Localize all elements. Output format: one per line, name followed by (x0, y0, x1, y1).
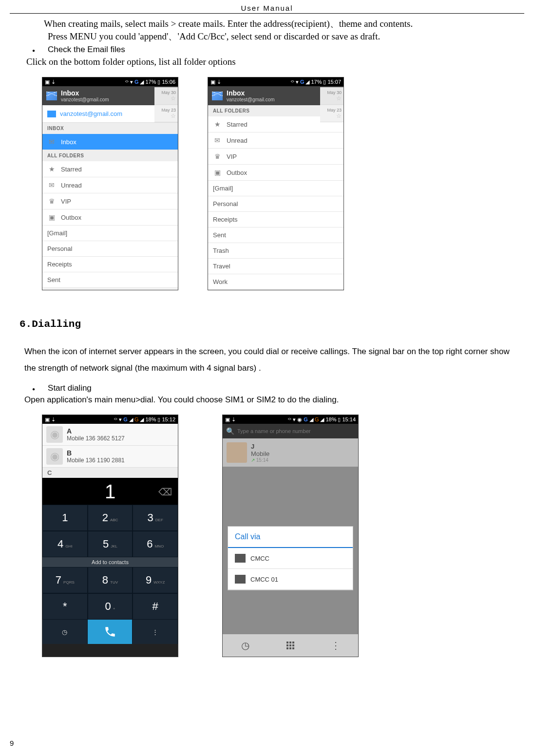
mail-icon (212, 92, 223, 100)
folder-label: Trash (213, 247, 229, 254)
g-icon2: G (134, 416, 139, 422)
folder-vip[interactable]: ♛VIP (208, 149, 343, 165)
folder-gmail[interactable]: [Gmail] (42, 226, 178, 241)
clock: 15:07 (327, 79, 341, 85)
folder-sent[interactable]: Sent (208, 227, 343, 243)
contact-number: Mobile 136 3662 5127 (67, 435, 125, 442)
status-bar: ▣ ⇣ ⌔ ▾ G ◢ 17% ▯ 15:06 (42, 77, 178, 86)
star-icon[interactable]: ☆ (171, 95, 176, 102)
contact-name: B (67, 449, 125, 457)
clock: 15:14 (342, 416, 356, 422)
bullet-text: Start dialing (48, 383, 92, 393)
folder-trash[interactable]: Trash (208, 243, 343, 259)
wifi2-icon: ◉ (297, 416, 302, 423)
folder-label: Unread (61, 182, 82, 189)
folder-travel[interactable]: Travel (208, 259, 343, 274)
key-6[interactable]: 6MNO (133, 531, 178, 557)
key-9[interactable]: 9WXYZ (133, 567, 178, 593)
folder-label: Sent (213, 231, 226, 239)
folder-receipts[interactable]: Receipts (42, 257, 178, 272)
key-5[interactable]: 5JKL (88, 531, 133, 557)
signal-icon: ◢ (140, 79, 144, 85)
folder-label: Receipts (213, 216, 238, 223)
key-2[interactable]: 2ABC (88, 505, 133, 531)
status-bar: ▣⇣ ⌔▾ G ◢ G ◢ 18%▯ 15:12 (42, 415, 178, 424)
bullet-start-dialing: ● Start dialing (32, 383, 519, 393)
recent-j[interactable]: J Mobile ↗ 15:14 (223, 438, 358, 467)
bt-icon: ⌔ (288, 416, 291, 422)
page-number: 9 (10, 739, 14, 747)
call-via-dialog: Call via CMCC CMCC 01 (228, 526, 353, 590)
call-button[interactable] (88, 620, 133, 644)
date2: May 23 (327, 108, 342, 113)
folder-outbox[interactable]: ▣Outbox (208, 165, 343, 181)
folder-work[interactable]: Work (208, 274, 343, 290)
key-1[interactable]: 1 (42, 505, 88, 531)
folder-outbox[interactable]: ▣Outbox (42, 209, 178, 226)
key-7[interactable]: 7PQRS (42, 567, 88, 593)
backspace-icon[interactable]: ⌫ (158, 486, 172, 498)
folder-personal[interactable]: Personal (208, 196, 343, 212)
battery-icon: ▯ (338, 416, 341, 423)
contact-b[interactable]: ◉ BMobile 136 1190 2881 (42, 446, 178, 468)
check-email-para: Click on the bottom folder options, list… (26, 57, 519, 67)
folder-vip[interactable]: ♛VIP (42, 193, 178, 209)
folder-label: Personal (213, 200, 238, 208)
folder-inbox[interactable]: ✉ Inbox (42, 134, 178, 150)
date2: May 23 (161, 108, 176, 113)
folder-sent[interactable]: Sent (42, 272, 178, 288)
menu-button[interactable]: ⋮ (133, 620, 178, 644)
account-email: vanzotest@gmail.com (60, 110, 122, 117)
key-hash[interactable]: # (133, 593, 178, 620)
envelope-icon: ✉ (213, 136, 222, 144)
folder-receipts[interactable]: Receipts (208, 212, 343, 227)
bottom-bar: ◷ ⋮ (42, 620, 178, 644)
folder-unread[interactable]: ✉Unread (42, 177, 178, 193)
folder-label: Starred (227, 121, 248, 128)
g-icon2: G (315, 416, 319, 422)
folder-unread[interactable]: ✉Unread (208, 132, 343, 149)
key-star[interactable]: * (42, 593, 88, 620)
history-button[interactable]: ◷ (42, 620, 88, 644)
key-0[interactable]: 0+ (88, 593, 133, 620)
folder-starred[interactable]: ★Starred (42, 161, 178, 177)
key-4[interactable]: 4GHI (42, 531, 88, 557)
add-to-contacts[interactable]: Add to contacts (42, 557, 178, 567)
sim-cmcc01[interactable]: CMCC 01 (228, 569, 353, 590)
contact-type: Mobile (251, 450, 269, 457)
dialpad-button[interactable] (268, 634, 313, 657)
outbox-icon: ▣ (47, 213, 56, 221)
history-button[interactable]: ◷ (223, 634, 268, 657)
key-8[interactable]: 8TUV (88, 567, 133, 593)
key-sub: JKL (111, 544, 117, 548)
search-icon: 🔍 (226, 427, 234, 435)
inbox-section-label: INBOX (42, 123, 178, 134)
folder-label: Inbox (61, 138, 76, 146)
status-bar: ▣⇣ ⌔▾ ◉ G ◢ G ◢ 18%▯ 15:14 (223, 415, 358, 424)
battery-icon: ▯ (157, 79, 160, 85)
key-sub: + (113, 606, 115, 611)
envelope-icon: ✉ (47, 138, 56, 146)
call-time: 15:14 (256, 457, 268, 463)
sim-icon (235, 575, 246, 584)
group-c: C (42, 468, 178, 478)
folder-personal[interactable]: Personal (42, 241, 178, 257)
sim-cmcc[interactable]: CMCC (228, 548, 353, 569)
menu-button[interactable]: ⋮ (313, 634, 358, 657)
folder-label: Outbox (227, 169, 247, 176)
outgoing-icon: ↗ (251, 457, 255, 463)
wifi-icon: ▾ (293, 416, 296, 423)
contact-a[interactable]: ◉ AMobile 136 3662 5127 (42, 424, 178, 446)
key-sub: PQRS (63, 580, 75, 585)
folder-gmail[interactable]: [Gmail] (208, 181, 343, 196)
star-icon[interactable]: ☆ (171, 113, 176, 119)
search-row[interactable]: 🔍 Type a name or phone number (223, 424, 358, 438)
contact-name: A (67, 427, 125, 435)
star-icon[interactable]: ☆ (336, 95, 342, 102)
key-3[interactable]: 3DEF (133, 505, 178, 531)
wifi-icon: ▾ (296, 79, 299, 85)
g-icon: G (304, 416, 308, 422)
g-icon: G (300, 79, 305, 85)
notif-icon: ▣ (225, 416, 230, 423)
star-icon[interactable]: ☆ (336, 113, 342, 119)
